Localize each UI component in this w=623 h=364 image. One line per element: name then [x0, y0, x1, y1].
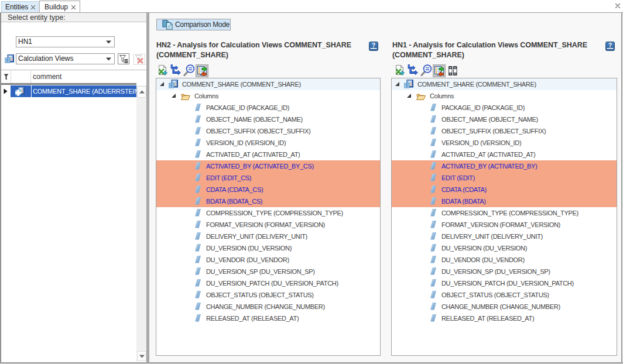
- svg-text:?: ?: [372, 42, 375, 49]
- svg-text:?: ?: [608, 42, 612, 49]
